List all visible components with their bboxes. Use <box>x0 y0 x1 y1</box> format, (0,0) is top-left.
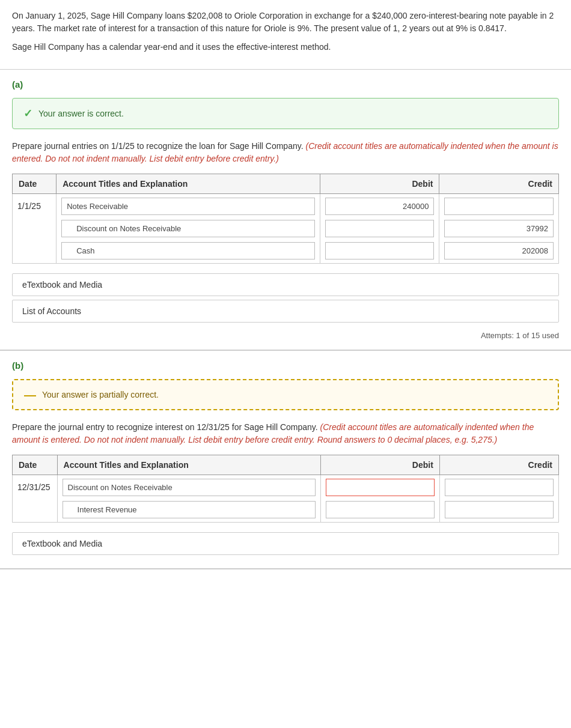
debit-entries-group-b <box>326 479 435 518</box>
etextbook-media-button-b[interactable]: eTextbook and Media <box>12 532 559 555</box>
alert-partial-text: Your answer is partially correct. <box>42 390 159 399</box>
credit-input-b-1[interactable] <box>445 479 554 496</box>
col-account-b: Account Titles and Explanation <box>57 455 320 475</box>
account-entries-group <box>61 198 315 259</box>
col-credit: Credit <box>439 174 559 194</box>
debit-cell-a <box>320 194 439 264</box>
debit-entries-group <box>325 198 435 259</box>
account-input-2[interactable] <box>61 220 315 237</box>
section-b: (b) — Your answer is partially correct. … <box>0 351 571 569</box>
table-row: 1/1/25 <box>13 194 559 264</box>
section-a-instructions: Prepare journal entries on 1/1/25 to rec… <box>12 140 559 165</box>
credit-entries-group <box>444 198 554 259</box>
credit-input-3[interactable] <box>444 242 554 259</box>
col-date-b: Date <box>13 455 58 475</box>
date-cell-b: 12/31/25 <box>13 475 58 523</box>
credit-entries-group-b <box>445 479 554 518</box>
table-header-row: Date Account Titles and Explanation Debi… <box>13 174 559 194</box>
account-cell-b <box>57 475 320 523</box>
section-a-label: (a) <box>12 79 559 89</box>
section-b-label: (b) <box>12 360 559 371</box>
account-cell-a <box>56 194 320 264</box>
debit-input-b-1[interactable] <box>326 479 435 496</box>
alert-partial: — Your answer is partially correct. <box>12 379 559 410</box>
debit-cell-b <box>320 475 439 523</box>
problem-paragraph-2: Sage Hill Company has a calendar year-en… <box>12 41 559 53</box>
col-debit: Debit <box>320 174 439 194</box>
credit-input-b-2[interactable] <box>445 501 554 518</box>
table-row-b: 12/31/25 <box>13 475 559 523</box>
col-date: Date <box>13 174 56 194</box>
col-account: Account Titles and Explanation <box>56 174 320 194</box>
etextbook-media-button-a[interactable]: eTextbook and Media <box>12 273 559 296</box>
account-input-b-1[interactable] <box>63 479 316 496</box>
problem-text: On January 1, 2025, Sage Hill Company lo… <box>0 0 571 70</box>
minus-icon: — <box>24 389 36 401</box>
table-header-row-b: Date Account Titles and Explanation Debi… <box>13 455 559 475</box>
account-entries-group-b <box>63 479 316 518</box>
debit-input-1[interactable] <box>325 198 435 215</box>
problem-paragraph-1: On January 1, 2025, Sage Hill Company lo… <box>12 10 559 35</box>
alert-success-text: Your answer is correct. <box>38 109 124 118</box>
section-b-journal-table: Date Account Titles and Explanation Debi… <box>12 455 559 523</box>
section-b-instructions: Prepare the journal entry to recognize i… <box>12 421 559 446</box>
credit-input-2[interactable] <box>444 220 554 237</box>
section-a: (a) ✓ Your answer is correct. Prepare jo… <box>0 70 571 351</box>
col-debit-b: Debit <box>320 455 439 475</box>
attempts-text-a: Attempts: 1 of 15 used <box>12 331 559 340</box>
account-input-3[interactable] <box>61 242 315 259</box>
alert-success: ✓ Your answer is correct. <box>12 98 559 129</box>
credit-cell-a <box>439 194 559 264</box>
account-input-b-2[interactable] <box>63 501 316 518</box>
section-a-journal-table: Date Account Titles and Explanation Debi… <box>12 174 559 264</box>
debit-input-b-2[interactable] <box>326 501 435 518</box>
credit-input-1[interactable] <box>444 198 554 215</box>
date-cell-a: 1/1/25 <box>13 194 56 264</box>
check-icon: ✓ <box>23 107 32 120</box>
credit-cell-b <box>439 475 558 523</box>
list-of-accounts-button-a[interactable]: List of Accounts <box>12 300 559 323</box>
col-credit-b: Credit <box>439 455 558 475</box>
debit-input-2[interactable] <box>325 220 435 237</box>
debit-input-3[interactable] <box>325 242 435 259</box>
account-input-1[interactable] <box>61 198 315 215</box>
